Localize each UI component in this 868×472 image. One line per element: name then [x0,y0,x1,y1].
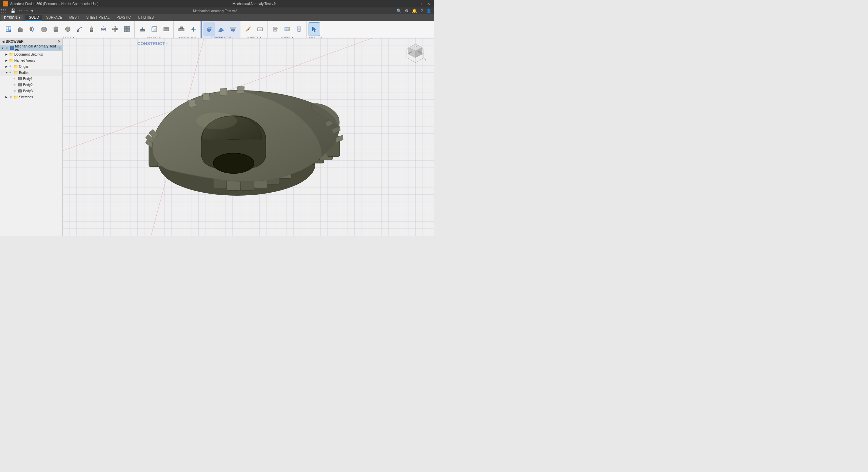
svg-marker-69 [312,27,316,32]
body1-arrow[interactable]: ▶ [9,77,13,80]
root-arrow[interactable]: ▼ [1,47,5,50]
qa-more[interactable]: ▼ [29,9,35,13]
notification-icon[interactable]: 🔔 [411,8,418,13]
assemble-btn[interactable] [176,22,187,36]
tree-item-root[interactable]: ▼ 👁 Mechanical Anomaly Test v4 ✎ [0,45,62,51]
browser-panel: ◀ BROWSER ✕ ▼ 👁 Mechanical Anomaly Test … [0,38,63,236]
doc-settings-label: Document Settings [14,53,43,56]
svg-rect-48 [231,27,235,29]
plane-angle-btn[interactable] [215,22,227,36]
body3-eye[interactable]: 👁 [13,89,17,93]
select-btn[interactable] [309,22,320,36]
section-assemble: ASSEMBLE ▼ [174,21,201,38]
section-construct: CONSTRUCT ▼ [201,21,240,38]
sweep-btn[interactable] [74,22,85,36]
new-sketch-icon [5,26,12,33]
construct-icons [203,21,239,36]
settings-icon[interactable]: ⚙ [403,8,410,13]
root-icon [9,46,14,51]
bodies-icon: 📁 [14,70,18,75]
fillet-btn[interactable] [149,22,160,36]
svg-marker-20 [101,28,103,31]
pattern-btn[interactable] [110,22,121,36]
sweep-icon [76,26,83,33]
revolve-btn[interactable] [26,22,38,36]
viewport[interactable]: TOP LEFT FRONT CONSTRUCT - [63,38,434,236]
svg-rect-37 [180,27,183,28]
tab-surface[interactable]: SURFACE [43,15,65,21]
sketches-arrow[interactable]: ▶ [5,96,9,99]
joint-btn[interactable] [188,22,199,36]
bodies-eye[interactable]: 👁 [9,71,13,74]
tree-item-sketches[interactable]: ▶ 👁 📁 Sketches... [0,94,62,100]
tab-sheet-metal[interactable]: SHEET METAL [83,15,113,21]
tree-item-doc-settings[interactable]: ▶ 📁 Document Settings [0,51,62,57]
sketches-eye[interactable]: 👁 [9,95,13,99]
root-eye[interactable]: 👁 [5,46,9,50]
tree-item-body1[interactable]: ▶ 👁 Body1 [0,76,62,82]
view-cube[interactable]: TOP LEFT FRONT [403,42,427,66]
mirror-btn[interactable] [98,22,109,36]
inspect-icons [242,21,266,36]
browser-title-text: BROWSER [6,40,23,43]
minimize-btn[interactable]: ─ [411,2,416,6]
origin-arrow[interactable]: ▶ [5,65,9,68]
measure-btn[interactable] [242,22,254,36]
insert-image-icon [284,26,291,33]
search-icon[interactable]: 🔍 [395,8,403,13]
tree-item-body2[interactable]: ▶ 👁 Body2 [0,82,62,88]
user-icon[interactable]: 👤 [425,8,433,13]
cylinder-btn[interactable] [50,22,62,36]
loft-icon [88,26,95,33]
tree-item-named-views[interactable]: ▶ 📁 Named Views [0,57,62,63]
tree-item-origin[interactable]: ▶ 👁 📁 Origin [0,63,62,70]
icon-toolbar: CREATE ▼ [0,21,434,38]
tree-item-body3[interactable]: ▶ 👁 Body3 [0,88,62,94]
midplane-btn[interactable] [227,22,239,36]
origin-eye[interactable]: 👁 [9,65,13,68]
tab-mesh[interactable]: MESH [66,15,83,21]
qa-save[interactable]: 💾 [9,8,17,13]
insert-more-btn[interactable] [293,22,305,36]
browser-close-icon[interactable]: ✕ [58,40,60,43]
browser-expand-icon[interactable]: ◀ [2,40,4,43]
offset-plane-btn[interactable] [203,22,215,36]
maximize-btn[interactable]: □ [418,2,423,6]
doc-settings-icon: 📁 [9,52,14,57]
help-icon[interactable]: ? [419,8,424,13]
tab-utilities[interactable]: UTILITIES [135,15,157,21]
design-dropdown[interactable]: DESIGN ▼ [1,15,23,21]
tree-item-bodies[interactable]: ▼ 👁 📁 Bodies [0,70,62,76]
body2-arrow[interactable]: ▶ [9,83,13,86]
box-btn[interactable] [38,22,50,36]
window-controls: ─ □ ✕ [411,2,431,6]
press-pull-btn[interactable] [137,22,148,36]
insert-derive-btn[interactable] [270,22,281,36]
sphere-btn[interactable] [62,22,74,36]
body2-eye[interactable]: 👁 [13,83,17,86]
inspect-more-btn[interactable] [254,22,266,36]
root-edit-icon[interactable]: ✎ [58,46,61,50]
tab-plastic[interactable]: PLASTIC [113,15,134,21]
create-more-btn[interactable] [121,22,133,36]
body3-arrow[interactable]: ▶ [9,90,13,93]
extrude-btn[interactable] [15,22,26,36]
browser-title-area: ◀ BROWSER [2,40,23,43]
close-btn[interactable]: ✕ [426,2,431,6]
named-views-arrow[interactable]: ▶ [5,59,9,62]
qa-undo[interactable]: ↩ [17,8,23,13]
body1-eye[interactable]: 👁 [13,77,17,80]
grid-menu-icon[interactable] [1,9,7,13]
mirror-icon [100,26,107,33]
tab-solid[interactable]: SOLID [25,15,42,21]
file-title-menu: Mechanical Anomaly Test v4* [36,9,394,13]
qa-redo[interactable]: ↪ [23,8,29,13]
bodies-arrow[interactable]: ▼ [5,71,9,74]
insert-image-btn[interactable] [281,22,293,36]
new-sketch-btn[interactable] [3,22,14,36]
modify-more-btn[interactable] [160,22,172,36]
svg-point-63 [288,28,289,29]
sphere-icon [64,26,71,33]
loft-btn[interactable] [86,22,97,36]
doc-settings-arrow[interactable]: ▶ [5,53,9,56]
